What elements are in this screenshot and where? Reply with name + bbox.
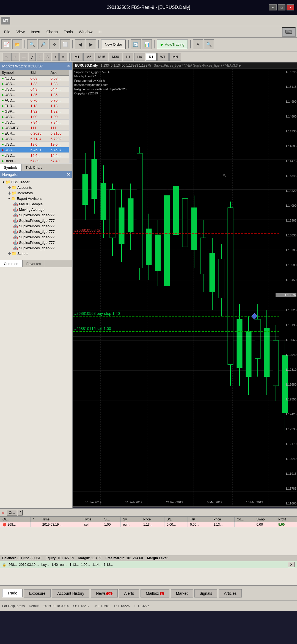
tab-news[interactable]: News99 [91,589,117,597]
refresh-btn[interactable]: 🔄 [131,39,141,49]
menu-file[interactable]: File [1,29,13,35]
pending-close-btn[interactable]: ✕ [288,562,295,567]
svg-rect-47 [200,238,206,274]
close-button[interactable]: ✕ [287,4,294,10]
nav-suplex-6[interactable]: 🤖 SuplexPrices_tiger777 [12,240,71,245]
tab-exposure[interactable]: Exposure [24,589,51,597]
nav-suplex-5[interactable]: 🤖 SuplexPrices_tiger777 [12,234,71,240]
nav-scripts[interactable]: ➕ 📁 Scripts [7,251,71,256]
market-watch-scrollbar[interactable] [69,70,72,164]
autotrading-button[interactable]: ▶ AutoTrading [157,39,188,49]
history-btn[interactable]: 📊 [142,39,152,49]
new-chart-btn[interactable]: 📈 [1,39,11,49]
minimize-button[interactable]: − [269,4,277,10]
menu-window[interactable]: Window [76,29,95,35]
crosshair-btn[interactable]: ✛ [49,39,59,49]
nav-ea-label: Expert Advisors [17,197,42,201]
menu-view[interactable]: View [14,29,28,35]
zoom-in-btn[interactable]: 🔍 [27,39,37,49]
tab-signals[interactable]: Signals [194,589,218,597]
nav-suplex-3[interactable]: 🤖 SuplexPrices_tiger777 [12,223,71,229]
fwd-btn[interactable]: ▶ [86,39,96,49]
nav-accounts-label: Accounts [17,185,32,190]
nav-macd[interactable]: 🤖 MACD Sample [12,201,71,207]
market-watch-header: Market Watch: 03:00:37 ✕ [0,62,72,70]
window-title: 290132505: FBS-Real-9 - [EURUSD,Daily] [107,5,190,10]
tf-m5[interactable]: M5 [83,53,94,61]
orders-filter-btn[interactable]: Or... [7,510,17,515]
nav-fbs-label: FBS Trader [11,180,29,184]
tab-trade[interactable]: Trade [2,589,23,597]
market-watch-scroll[interactable]: Symbol Bid Ask ●NZD... 0.68... 0.68... ●… [0,70,69,164]
menu-insert[interactable]: Insert [28,29,43,35]
nav-suplex-2[interactable]: 🤖 SuplexPrices_tiger777 [12,218,71,223]
tab-mailbox[interactable]: Mailbox6 [141,589,169,597]
tab-market[interactable]: Market [171,589,193,597]
arrow-btn[interactable]: ↕ [52,53,59,61]
col-symbol: Sy... [121,517,141,522]
open-btn[interactable]: 📂 [12,39,22,49]
mw-symbol: ●USD... [0,153,29,158]
print-btn[interactable]: 🖨 [193,39,203,49]
svg-rect-61 [264,328,270,376]
ea-icon-s3: 🤖 [13,224,18,228]
nav-accounts[interactable]: ➕ 📁 Accounts [7,185,71,190]
orders-close-icon[interactable]: ✕ [1,511,5,515]
crosshair-draw-btn[interactable]: ✛ [11,53,19,61]
status-help: For Help, press [2,604,25,608]
indicator-btn[interactable]: ⌇ [37,53,43,61]
svg-text:#268810563 buy stop 1.40: #268810563 buy stop 1.40 [74,311,120,316]
tab-alerts[interactable]: Alerts [119,589,139,597]
menu-help[interactable]: H [96,29,104,35]
tf-mn[interactable]: MN [169,53,181,61]
tf-m30[interactable]: M30 [109,53,122,61]
menu-charts[interactable]: Charts [44,29,61,35]
orders-table-wrapper[interactable]: Or... / Time Type Si... Sy... Price S/L … [0,517,297,555]
date-scale: 30 Jan 2019 11 Feb 2019 21 Feb 2019 5 Ma… [73,498,275,506]
tf-h4[interactable]: H4 [134,53,145,61]
nav-moving-avg[interactable]: 🤖 Moving Average [12,207,71,212]
tab-common[interactable]: Common [0,260,23,267]
line-btn[interactable]: ⬜ [60,39,70,49]
tf-d1[interactable]: D1 [146,53,156,61]
tab-account-history[interactable]: Account History [52,589,89,597]
col-ask: Ask [49,70,69,76]
mw-bid: 7.84... [29,120,49,125]
keyboard-icon[interactable]: ⌨ [282,27,296,37]
nav-suplex-4[interactable]: 🤖 SuplexPrices_tiger777 [12,229,71,234]
back-btn[interactable]: ◀ [75,39,85,49]
nav-suplex-1[interactable]: 🤖 SuplexPrices_tiger777 [12,212,71,218]
hline-btn[interactable]: — [20,53,28,61]
svg-rect-27 [110,190,115,238]
maximize-button[interactable]: □ [278,4,285,10]
text-btn[interactable]: A [44,53,51,61]
market-watch-tabs: Symbols Tick Chart [0,164,72,171]
tf-m1[interactable]: M1 [72,53,82,61]
tf-h1[interactable]: H1 [123,53,134,61]
tab-favorites[interactable]: Favorites [23,260,45,267]
mw-symbol: ●USD... [0,136,29,142]
nav-expert-advisors[interactable]: ▼ 📁 Expert Advisors [7,196,71,201]
svg-rect-57 [246,331,251,376]
tf-m15[interactable]: M15 [95,53,108,61]
zoom-out-btn[interactable]: 🔎 [38,39,48,49]
new-order-button[interactable]: New Order [101,39,126,49]
tab-symbols[interactable]: Symbols [0,164,22,171]
tab-tick-chart[interactable]: Tick Chart [22,164,46,171]
pen-btn[interactable]: ✏ [59,53,67,61]
nav-indicators-label: Indicators [17,191,33,195]
search-btn[interactable]: 🔍 [204,39,214,49]
navigator-close[interactable]: ✕ [67,172,70,177]
tab-articles[interactable]: Articles [219,589,242,597]
nav-suplex-7[interactable]: 🤖 SuplexPrices_tiger777 [12,245,71,251]
mw-bid: 1.35... [29,92,49,98]
market-watch-close[interactable]: ✕ [67,64,70,68]
tline-btn[interactable]: ╱ [29,53,36,61]
svg-rect-55 [237,319,242,367]
nav-indicators[interactable]: ➕ 📁 Indicators [7,190,71,196]
orders-slash-btn[interactable]: / [18,510,23,515]
nav-fbs-trader[interactable]: ▼ 📁 FBS Trader [1,179,71,185]
menu-tools[interactable]: Tools [61,29,76,35]
tf-w1[interactable]: W1 [157,53,169,61]
cursor-btn[interactable]: ↖ [3,53,10,61]
